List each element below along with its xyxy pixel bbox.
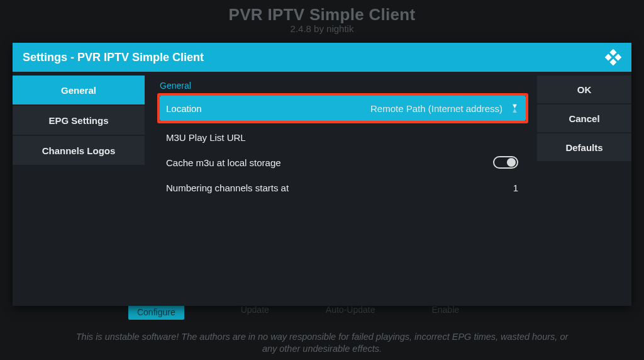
screenshot-highlight: Location Remote Path (Internet address) …	[157, 93, 528, 123]
svg-rect-1	[605, 53, 612, 60]
defaults-button[interactable]: Defaults	[537, 133, 631, 161]
spinner-control[interactable]: ▼ ▲	[511, 104, 518, 113]
cancel-button[interactable]: Cancel	[537, 104, 631, 132]
dialog-action-column: OK Cancel Defaults	[537, 72, 631, 306]
sidebar-item-channels-logos[interactable]: Channels Logos	[13, 136, 145, 165]
sidebar-item-label: Channels Logos	[42, 145, 116, 156]
settings-category-sidebar: General EPG Settings Channels Logos	[13, 72, 145, 306]
setting-m3u-url[interactable]: M3U Play List URL	[160, 125, 526, 150]
bg-action-enable: Enable	[431, 305, 459, 320]
bg-action-auto-update: Auto-Update	[326, 305, 375, 320]
dialog-title: Settings - PVR IPTV Simple Client	[23, 51, 605, 64]
svg-rect-2	[614, 53, 621, 60]
toggle-switch[interactable]	[493, 156, 518, 169]
setting-cache-m3u[interactable]: Cache m3u at local storage	[160, 150, 526, 175]
svg-rect-0	[609, 49, 616, 56]
addon-header: PVR IPTV Simple Client 2.4.8 by nightik	[0, 0, 644, 34]
kodi-logo-icon	[605, 49, 621, 65]
setting-numbering-start[interactable]: Numbering channels starts at 1	[160, 175, 526, 200]
setting-label: M3U Play List URL	[166, 132, 518, 143]
addon-title: PVR IPTV Simple Client	[0, 5, 644, 25]
setting-label: Cache m3u at local storage	[166, 157, 493, 168]
setting-label: Numbering channels starts at	[166, 183, 513, 193]
dialog-header: Settings - PVR IPTV Simple Client	[13, 43, 631, 72]
setting-label: Location	[166, 103, 370, 114]
chevron-up-icon: ▲	[511, 108, 518, 113]
bg-action-configure: Configure	[128, 305, 184, 320]
sidebar-item-label: General	[61, 85, 96, 96]
setting-value: Remote Path (Internet address)	[370, 103, 502, 114]
ok-button[interactable]: OK	[537, 76, 631, 103]
sidebar-item-epg-settings[interactable]: EPG Settings	[13, 106, 145, 135]
unstable-notice: This is unstable software! The authors a…	[0, 331, 644, 355]
setting-location[interactable]: Location Remote Path (Internet address) …	[160, 96, 526, 121]
settings-list: General Location Remote Path (Internet a…	[145, 72, 537, 306]
addon-action-row: Configure Update Auto-Update Enable	[0, 305, 644, 320]
sidebar-item-label: EPG Settings	[48, 115, 108, 126]
settings-dialog: Settings - PVR IPTV Simple Client Genera…	[13, 43, 631, 306]
addon-version: 2.4.8 by nightik	[0, 23, 644, 34]
section-heading-general: General	[160, 81, 526, 91]
bg-action-update: Update	[241, 305, 269, 320]
sidebar-item-general[interactable]: General	[13, 76, 145, 104]
svg-rect-3	[609, 59, 616, 65]
setting-value: 1	[513, 183, 518, 193]
